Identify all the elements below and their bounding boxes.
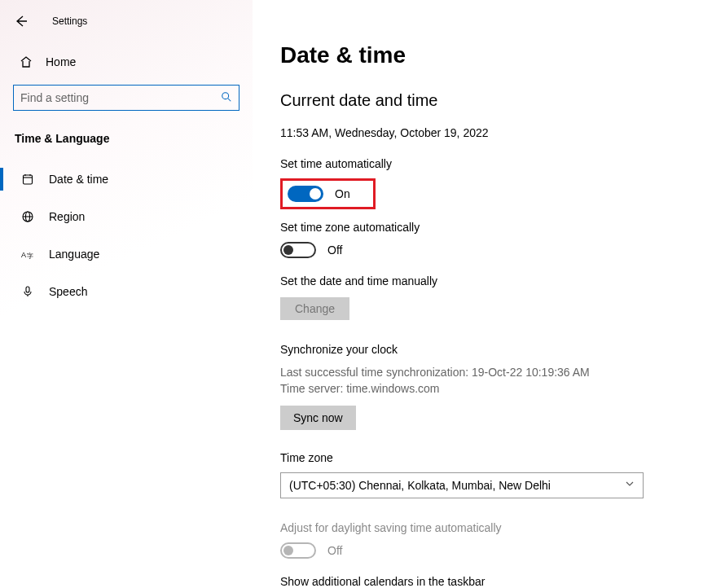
search-input[interactable]: [20, 91, 216, 104]
nav-item-date-time[interactable]: Date & time: [0, 163, 253, 195]
nav-label: Speech: [49, 285, 87, 298]
current-datetime-value: 11:53 AM, Wednesday, October 19, 2022: [280, 126, 725, 139]
microphone-icon: [21, 285, 34, 298]
sync-now-button[interactable]: Sync now: [280, 406, 356, 430]
app-title: Settings: [52, 15, 87, 27]
highlight-annotation: On: [280, 178, 376, 209]
nav-item-speech[interactable]: Speech: [0, 275, 253, 308]
svg-text:字: 字: [27, 252, 33, 260]
arrow-left-icon: [15, 15, 28, 28]
back-button[interactable]: [13, 13, 29, 29]
sidebar-nav: Date & time Region A字 Language Speech: [0, 163, 253, 308]
search-icon: [221, 91, 232, 105]
main-content: Date & time Current date and time 11:53 …: [253, 0, 725, 588]
sync-section: Synchronize your clock Last successful t…: [280, 343, 725, 430]
dst-label: Adjust for daylight saving time automati…: [280, 521, 725, 534]
svg-text:A: A: [21, 251, 26, 259]
globe-icon: [21, 210, 34, 223]
page-title: Date & time: [280, 42, 725, 68]
svg-rect-2: [24, 175, 33, 184]
taskbar-calendars-label: Show additional calendars in the taskbar: [280, 575, 725, 588]
home-icon: [20, 55, 33, 68]
topbar: Settings: [0, 7, 253, 29]
home-label: Home: [46, 55, 76, 68]
nav-label: Language: [49, 248, 99, 261]
settings-sidebar: Settings Home Time & Language Date & tim…: [0, 0, 253, 588]
set-tz-auto-label: Set time zone automatically: [280, 221, 725, 234]
change-button: Change: [280, 297, 349, 320]
timezone-label: Time zone: [280, 451, 725, 464]
search-box[interactable]: [13, 85, 239, 111]
svg-line-1: [228, 98, 231, 101]
clock-icon: [21, 173, 34, 186]
nav-item-region[interactable]: Region: [0, 200, 253, 233]
sync-heading: Synchronize your clock: [280, 343, 725, 356]
language-icon: A字: [21, 248, 34, 261]
set-time-auto-toggle[interactable]: [288, 186, 323, 202]
set-tz-auto-toggle[interactable]: [280, 242, 316, 258]
nav-item-language[interactable]: A字 Language: [0, 238, 253, 270]
nav-label: Date & time: [49, 173, 108, 186]
svg-rect-11: [26, 287, 29, 292]
dst-toggle: [280, 542, 316, 559]
current-dt-heading: Current date and time: [280, 91, 725, 110]
sync-last: Last successful time synchronization: 19…: [280, 364, 725, 380]
dst-state: Off: [327, 544, 342, 557]
nav-label: Region: [49, 210, 85, 223]
sidebar-section-title: Time & Language: [0, 111, 253, 145]
set-time-auto-state: On: [335, 187, 350, 200]
set-time-auto-label: Set time automatically: [280, 157, 725, 170]
chevron-down-icon: [625, 479, 635, 491]
svg-point-0: [222, 92, 229, 99]
set-tz-auto-state: Off: [327, 244, 342, 257]
timezone-value: (UTC+05:30) Chennai, Kolkata, Mumbai, Ne…: [289, 479, 551, 492]
set-manual-label: Set the date and time manually: [280, 274, 725, 287]
sync-server: Time server: time.windows.com: [280, 380, 725, 397]
timezone-select[interactable]: (UTC+05:30) Chennai, Kolkata, Mumbai, Ne…: [280, 472, 644, 498]
home-nav-item[interactable]: Home: [0, 29, 253, 68]
